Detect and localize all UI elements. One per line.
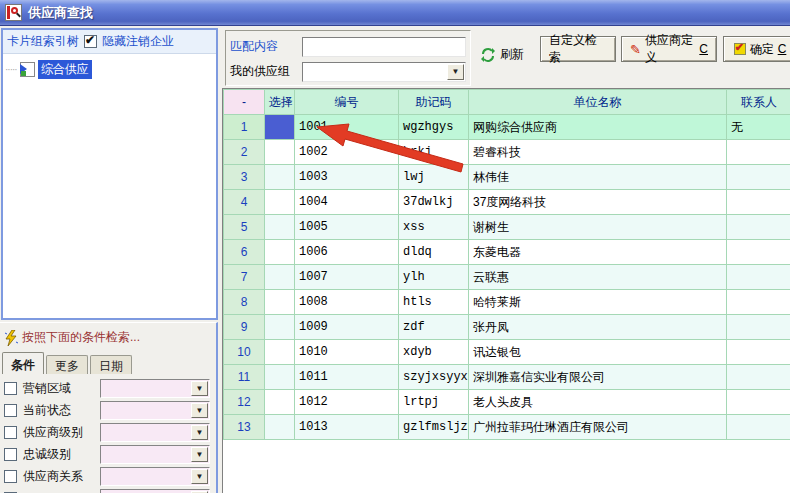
table-row[interactable]: 131013gzlfmsljzyxgs广州拉菲玛仕琳酒庄有限公司 — [224, 415, 790, 440]
cell-sel[interactable] — [265, 290, 295, 315]
cell-mn[interactable]: gzlfmsljzyxgs — [399, 415, 469, 440]
custom-search-button[interactable]: 自定义检索 — [540, 36, 616, 62]
cell-name[interactable]: 张丹凤 — [469, 315, 727, 340]
cell-mn[interactable]: brkj — [399, 140, 469, 165]
cell-num[interactable]: 5 — [224, 215, 265, 240]
cell-num[interactable]: 7 — [224, 265, 265, 290]
status-checkbox[interactable] — [4, 404, 17, 417]
cell-num[interactable]: 3 — [224, 165, 265, 190]
cell-num[interactable]: 1 — [224, 115, 265, 140]
tree-node-general-supply[interactable]: ····· 综合供应 — [5, 60, 214, 79]
tab-date[interactable]: 日期 — [90, 355, 132, 374]
table-row[interactable]: 91009zdf张丹凤 — [224, 315, 790, 340]
cell-code[interactable]: 1001 — [295, 115, 399, 140]
cell-contact[interactable] — [727, 140, 790, 165]
cell-mn[interactable]: htls — [399, 290, 469, 315]
cell-sel[interactable] — [265, 215, 295, 240]
cell-sel[interactable] — [265, 265, 295, 290]
cell-name[interactable]: 广州拉菲玛仕琳酒庄有限公司 — [469, 415, 727, 440]
match-content-input[interactable] — [302, 37, 466, 57]
cell-contact[interactable] — [727, 390, 790, 415]
table-row[interactable]: 111011szyjxsyyxgs深圳雅嘉信实业有限公司 — [224, 365, 790, 390]
cell-sel[interactable] — [265, 415, 295, 440]
cell-mn[interactable]: lwj — [399, 165, 469, 190]
cell-name[interactable]: 讯达银包 — [469, 340, 727, 365]
cell-num[interactable]: 11 — [224, 365, 265, 390]
cell-sel[interactable] — [265, 390, 295, 415]
cell-num[interactable]: 13 — [224, 415, 265, 440]
cell-contact[interactable] — [727, 365, 790, 390]
supplier-relation-checkbox[interactable] — [4, 470, 17, 483]
cell-name[interactable]: 碧睿科技 — [469, 140, 727, 165]
cell-contact[interactable] — [727, 240, 790, 265]
cell-name[interactable]: 深圳雅嘉信实业有限公司 — [469, 365, 727, 390]
cell-code[interactable]: 1003 — [295, 165, 399, 190]
cell-contact[interactable] — [727, 415, 790, 440]
table-row[interactable]: 11001wgzhgys网购综合供应商无 — [224, 115, 790, 140]
supplier-relation-combobox[interactable]: ▼ — [100, 467, 210, 486]
table-row[interactable]: 51005xss谢树生 — [224, 215, 790, 240]
cell-code[interactable]: 1012 — [295, 390, 399, 415]
cell-name[interactable]: 哈特莱斯 — [469, 290, 727, 315]
cell-mn[interactable]: lrtpj — [399, 390, 469, 415]
header-row-number[interactable]: - — [224, 90, 265, 115]
cell-num[interactable]: 4 — [224, 190, 265, 215]
header-select[interactable]: 选择 — [265, 90, 295, 115]
cell-num[interactable]: 6 — [224, 240, 265, 265]
table-row[interactable]: 101010xdyb讯达银包 — [224, 340, 790, 365]
my-supplier-group-combobox[interactable]: ▼ — [302, 62, 466, 82]
cell-name[interactable]: 林伟佳 — [469, 165, 727, 190]
cell-code[interactable]: 1005 — [295, 215, 399, 240]
cell-sel[interactable] — [265, 115, 295, 140]
tab-more[interactable]: 更多 — [46, 355, 88, 374]
cell-code[interactable]: 1002 — [295, 140, 399, 165]
cell-mn[interactable]: wgzhgys — [399, 115, 469, 140]
cell-num[interactable]: 10 — [224, 340, 265, 365]
hide-cancelled-checkbox[interactable] — [84, 35, 97, 48]
chevron-down-icon[interactable]: ▼ — [191, 403, 208, 418]
cell-sel[interactable] — [265, 240, 295, 265]
cell-code[interactable]: 1004 — [295, 190, 399, 215]
cell-name[interactable]: 东菱电器 — [469, 240, 727, 265]
header-contact[interactable]: 联系人 — [727, 90, 790, 115]
cell-mn[interactable]: xdyb — [399, 340, 469, 365]
cell-name[interactable]: 云联惠 — [469, 265, 727, 290]
cell-num[interactable]: 2 — [224, 140, 265, 165]
region-checkbox[interactable] — [4, 382, 17, 395]
cell-code[interactable]: 1008 — [295, 290, 399, 315]
cell-name[interactable]: 网购综合供应商 — [469, 115, 727, 140]
region-combobox[interactable]: ▼ — [100, 379, 210, 398]
supplier-level-combobox[interactable]: ▼ — [100, 423, 210, 442]
cell-contact[interactable]: 无 — [727, 115, 790, 140]
cell-contact[interactable] — [727, 315, 790, 340]
chevron-down-icon[interactable]: ▼ — [191, 425, 208, 440]
cell-sel[interactable] — [265, 190, 295, 215]
cell-code[interactable]: 1010 — [295, 340, 399, 365]
cell-sel[interactable] — [265, 140, 295, 165]
cell-sel[interactable] — [265, 365, 295, 390]
tab-condition[interactable]: 条件 — [2, 352, 44, 374]
cell-mn[interactable]: zdf — [399, 315, 469, 340]
cell-contact[interactable] — [727, 265, 790, 290]
table-row[interactable]: 121012lrtpj老人头皮具 — [224, 390, 790, 415]
cell-contact[interactable] — [727, 165, 790, 190]
table-row[interactable]: 71007ylh云联惠 — [224, 265, 790, 290]
cell-mn[interactable]: dldq — [399, 240, 469, 265]
cell-sel[interactable] — [265, 340, 295, 365]
partial-combobox[interactable]: ▼ — [100, 489, 210, 493]
cell-num[interactable]: 8 — [224, 290, 265, 315]
cell-contact[interactable] — [727, 215, 790, 240]
chevron-down-icon[interactable]: ▼ — [191, 469, 208, 484]
cell-sel[interactable] — [265, 165, 295, 190]
confirm-button[interactable]: 确定 C — [723, 36, 790, 62]
cell-contact[interactable] — [727, 190, 790, 215]
cell-code[interactable]: 1011 — [295, 365, 399, 390]
supplier-define-button[interactable]: ✎ 供应商定义 C — [621, 36, 717, 62]
refresh-control[interactable]: 刷新 — [480, 46, 524, 63]
cell-code[interactable]: 1007 — [295, 265, 399, 290]
table-row[interactable]: 21002brkj碧睿科技 — [224, 140, 790, 165]
cell-name[interactable]: 37度网络科技 — [469, 190, 727, 215]
table-row[interactable]: 81008htls哈特莱斯 — [224, 290, 790, 315]
cell-num[interactable]: 12 — [224, 390, 265, 415]
header-mnemonic[interactable]: 助记码 — [399, 90, 469, 115]
